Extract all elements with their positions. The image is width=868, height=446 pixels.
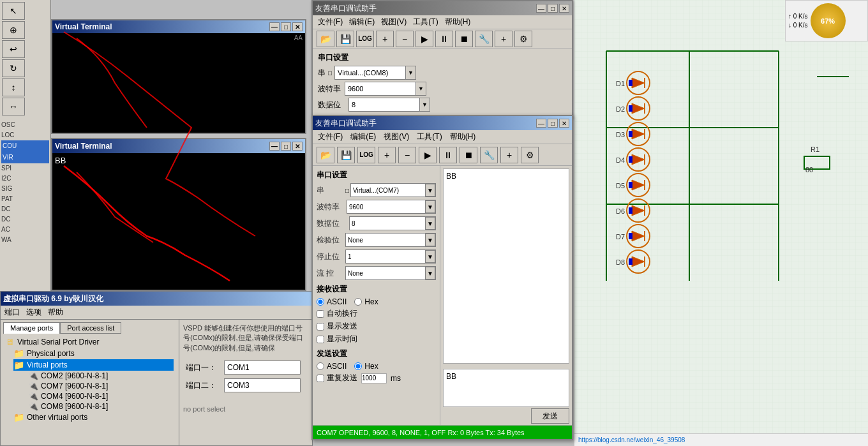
vt2-content: BB: [52, 153, 305, 290]
tb-add[interactable]: +: [378, 147, 396, 163]
serial-bg-data-value[interactable]: 8: [349, 98, 419, 111]
toolbar-btn-1[interactable]: ↖: [2, 2, 25, 20]
baud-dropdown-btn[interactable]: ▼: [425, 200, 435, 213]
flow-control-select[interactable]: None: [346, 267, 425, 279]
parity-dropdown-btn[interactable]: ▼: [425, 234, 435, 246]
friend-serial-statusbar: COM7 OPENED, 9600, 8, NONE, 1, OFF Rx: 0…: [313, 425, 572, 439]
serial-bg-close[interactable]: ✕: [559, 4, 569, 13]
send-ascii-radio[interactable]: [317, 362, 324, 370]
tree-port-com8[interactable]: 🔌 COM8 [9600-N-8-1]: [29, 401, 174, 412]
baud-select[interactable]: 9600: [347, 200, 425, 213]
serial-bg-menu-help[interactable]: 帮助(H): [445, 17, 471, 27]
serial-menu-help[interactable]: 帮助: [48, 307, 63, 318]
bottom-link-text[interactable]: https://blog.csdn.ne/weixin_46_39508: [578, 436, 685, 443]
tb-save[interactable]: 💾: [337, 147, 355, 163]
sidebar-label-osc: OSC: [1, 120, 49, 130]
tb-clear[interactable]: 🔧: [480, 147, 498, 163]
serial-bg-maximize[interactable]: □: [548, 4, 558, 13]
serial-bg-minimize[interactable]: —: [536, 4, 546, 13]
tb-bg-log[interactable]: LOG: [356, 31, 374, 47]
flow-control-dropdown-btn[interactable]: ▼: [425, 267, 435, 279]
vt-bg-minimize[interactable]: —: [269, 22, 280, 31]
recv-hex-radio[interactable]: [354, 298, 362, 306]
port-dropdown-btn[interactable]: ▼: [425, 184, 435, 197]
tb-bg-stop[interactable]: ⏹: [455, 31, 473, 47]
tree-port-com2[interactable]: 🔌 COM2 [9600-N-8-1]: [29, 371, 174, 381]
show-time-cb[interactable]: [317, 336, 324, 343]
serial-bg-data-label: 数据位: [318, 100, 341, 110]
recv-ascii-radio[interactable]: [317, 298, 324, 306]
toolbar-btn-5[interactable]: ↕: [2, 78, 25, 96]
tb-bg-add[interactable]: +: [376, 31, 394, 47]
friend-menu-view[interactable]: 视图(V): [384, 131, 409, 142]
send-button[interactable]: 发送: [531, 408, 569, 424]
port1-input[interactable]: [224, 361, 301, 375]
tb-play[interactable]: ▶: [419, 147, 437, 163]
send-hex-radio[interactable]: [354, 362, 362, 370]
tb-bg-sub[interactable]: −: [396, 31, 414, 47]
friend-serial-body: 串口设置 串 □ Virtual...(COM7) ▼ 波特率 9600 ▼: [313, 166, 572, 425]
data-bits-select[interactable]: 8: [350, 217, 425, 230]
serial-bg-menu-view[interactable]: 视图(V): [381, 17, 407, 27]
tb-sub[interactable]: −: [398, 147, 416, 163]
vt2-maximize[interactable]: □: [281, 142, 291, 151]
vt2-close[interactable]: ✕: [292, 142, 303, 151]
vt-bg-close[interactable]: ✕: [292, 22, 303, 31]
serial-bg-baud-value[interactable]: 9600: [345, 82, 415, 95]
tb-bg-play[interactable]: ▶: [415, 31, 433, 47]
tb-open[interactable]: 📂: [317, 147, 334, 163]
serial-bg-menu-file[interactable]: 文件(F): [318, 17, 343, 27]
friend-menu-tools[interactable]: 工具(T): [417, 131, 442, 142]
repeat-interval-input[interactable]: [361, 373, 387, 383]
tb-pause[interactable]: ⏸: [439, 147, 457, 163]
tree-other-ports[interactable]: 📁 Other virtual ports: [13, 412, 174, 423]
tb-log[interactable]: LOG: [357, 147, 375, 163]
data-bits-dropdown-btn[interactable]: ▼: [425, 217, 435, 230]
tb-bg-plus2[interactable]: +: [495, 31, 513, 47]
stop-bits-dropdown-btn[interactable]: ▼: [425, 250, 435, 263]
friend-menu-edit[interactable]: 编辑(E): [350, 131, 376, 142]
friend-close-btn[interactable]: ✕: [559, 119, 569, 128]
tb-settings[interactable]: ⚙: [521, 147, 539, 163]
auto-newline-cb[interactable]: [317, 310, 324, 318]
show-send-cb[interactable]: [317, 323, 324, 331]
serial-menu-options[interactable]: 选项: [26, 307, 41, 318]
friend-menu-help[interactable]: 帮助(H): [450, 131, 476, 142]
tree-port-com7[interactable]: 🔌 COM7 [9600-N-8-1]: [29, 381, 174, 391]
friend-maximize-btn[interactable]: □: [548, 119, 558, 128]
serial-bg-menu-edit[interactable]: 编辑(E): [349, 17, 375, 27]
toolbar-btn-2[interactable]: ⊕: [2, 21, 25, 39]
tb-plus2[interactable]: +: [500, 147, 518, 163]
serial-bg-port-dropdown[interactable]: ▼: [405, 66, 415, 79]
manage-ports-tab[interactable]: Manage ports: [3, 322, 60, 334]
serial-bg-baud-dropdown[interactable]: ▼: [415, 82, 426, 95]
friend-menu-file[interactable]: 文件(F): [318, 131, 343, 142]
serial-bg-data-dropdown[interactable]: ▼: [419, 98, 430, 111]
tb-bg-settings[interactable]: ⚙: [514, 31, 532, 47]
port-access-tab[interactable]: Port access list: [60, 322, 121, 334]
vt2-minimize[interactable]: —: [269, 142, 280, 151]
tb-stop[interactable]: ⏹: [460, 147, 477, 163]
serial-bg-port-value[interactable]: Virtual...(COM8): [335, 66, 405, 79]
send-area[interactable]: BB: [443, 369, 569, 407]
tree-virtual-ports[interactable]: 📁 Virtual ports: [13, 359, 174, 371]
serial-menu-port[interactable]: 端口: [4, 307, 20, 318]
tb-bg-save[interactable]: 💾: [336, 31, 354, 47]
tree-root[interactable]: 🖥 Virtual Serial Port Driver: [6, 336, 174, 348]
port-select[interactable]: Virtual...(COM7): [351, 184, 425, 197]
stop-bits-select[interactable]: 1: [346, 250, 425, 263]
repeat-send-cb[interactable]: [317, 375, 324, 382]
serial-bg-menu-tools[interactable]: 工具(T): [413, 17, 438, 27]
tb-bg-clear[interactable]: 🔧: [475, 31, 493, 47]
parity-select[interactable]: None: [346, 234, 425, 246]
toolbar-btn-3[interactable]: ↩: [2, 40, 25, 58]
toolbar-btn-6[interactable]: ↔: [2, 98, 25, 115]
friend-minimize-btn[interactable]: —: [536, 119, 546, 128]
tb-bg-open[interactable]: 📂: [317, 31, 334, 47]
toolbar-btn-4[interactable]: ↻: [2, 59, 25, 77]
tree-physical-ports[interactable]: 📁 Physical ports: [13, 348, 174, 359]
tree-port-com4[interactable]: 🔌 COM4 [9600-N-8-1]: [29, 391, 174, 401]
port2-input[interactable]: [224, 378, 301, 392]
vt-bg-maximize[interactable]: □: [281, 22, 291, 31]
tb-bg-pause[interactable]: ⏸: [435, 31, 453, 47]
